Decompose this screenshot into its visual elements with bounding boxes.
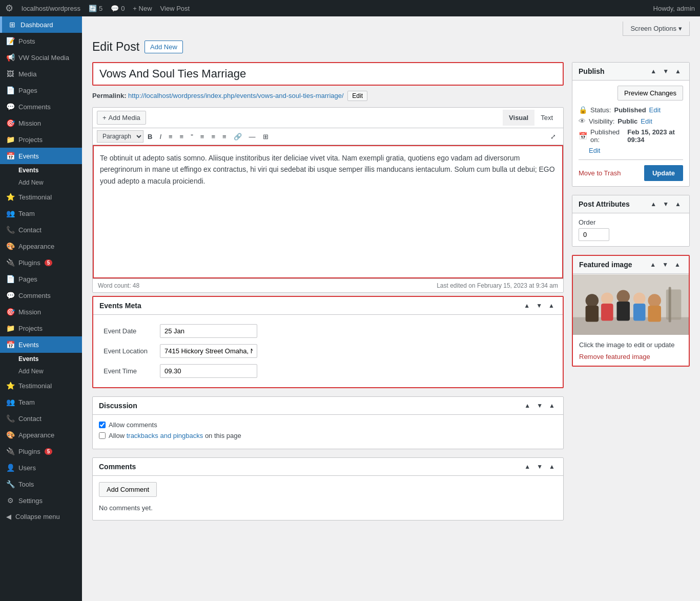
submenu-events-2[interactable]: Events <box>0 353 82 365</box>
post-attr-collapse-btn[interactable]: ▲ <box>648 199 658 209</box>
sidebar-item-media[interactable]: 🖼 Media <box>0 66 82 82</box>
sidebar-item-projects[interactable]: 📁 Projects <box>0 131 82 148</box>
sidebar-item-appearance-2[interactable]: 🎨 Appearance <box>0 427 82 443</box>
sidebar-item-comments[interactable]: 💬 Comments <box>0 98 82 115</box>
events-meta-header[interactable]: Events Meta ▲ ▼ ▲ <box>93 297 563 315</box>
sidebar-item-team-2[interactable]: 👥 Team <box>0 394 82 410</box>
sidebar-item-mission[interactable]: 🎯 Mission <box>0 115 82 131</box>
sidebar-item-events-2[interactable]: 📅 Events <box>0 336 82 353</box>
update-button[interactable]: Update <box>644 165 683 181</box>
post-attr-close-btn[interactable]: ▲ <box>673 199 683 209</box>
allow-trackbacks-checkbox[interactable] <box>99 432 106 439</box>
comments-count[interactable]: 💬 0 <box>111 5 125 12</box>
submenu-add-new-2[interactable]: Add New <box>0 365 82 377</box>
sidebar-item-plugins-1[interactable]: 🔌 Plugins 5 <box>0 254 82 271</box>
publish-down-btn[interactable]: ▼ <box>661 67 671 76</box>
comments-collapse-btn[interactable]: ▲ <box>522 462 532 471</box>
add-media-button[interactable]: + Add Media <box>97 111 146 125</box>
post-title-field[interactable] <box>92 62 564 86</box>
align-center-button[interactable]: ≡ <box>208 131 218 143</box>
add-new-button[interactable]: Add New <box>145 41 183 53</box>
event-location-input[interactable] <box>160 344 257 358</box>
sidebar-item-dashboard[interactable]: ⊞ Dashboard <box>0 16 82 33</box>
screen-options-button[interactable]: Screen Options ▾ <box>623 22 690 36</box>
sidebar-item-projects-2[interactable]: 📁 Projects <box>0 320 82 336</box>
view-post[interactable]: View Post <box>160 5 190 12</box>
order-input[interactable] <box>579 228 609 241</box>
sidebar-item-posts[interactable]: 📝 Posts <box>0 33 82 49</box>
sidebar-item-pages[interactable]: 📄 Pages <box>0 82 82 98</box>
publish-collapse-btn[interactable]: ▲ <box>648 67 658 76</box>
preview-changes-button[interactable]: Preview Changes <box>617 86 683 101</box>
move-to-trash-link[interactable]: Move to Trash <box>579 169 621 177</box>
collapse-menu[interactable]: ◀ Collapse menu <box>0 509 82 525</box>
fullscreen-button[interactable]: ⤢ <box>547 131 559 143</box>
sidebar-item-vw-social[interactable]: 📢 VW Social Media <box>0 49 82 66</box>
paragraph-select[interactable]: Paragraph <box>97 130 143 143</box>
editor-body[interactable]: Te obtinuit ut adepto satis somno. Aliis… <box>93 145 563 278</box>
sidebar-item-events-1[interactable]: 📅 Events <box>0 148 82 164</box>
allow-comments-label[interactable]: Allow comments <box>109 421 157 429</box>
sidebar-item-label: Dashboard <box>20 21 53 29</box>
bold-button[interactable]: B <box>145 131 155 143</box>
feat-img-collapse-btn[interactable]: ▲ <box>648 260 658 269</box>
blockquote-button[interactable]: " <box>188 131 196 143</box>
sidebar-item-pages-2[interactable]: 📄 Pages <box>0 271 82 287</box>
visibility-edit-link[interactable]: Edit <box>641 117 652 125</box>
numbered-list-button[interactable]: ≡ <box>177 131 187 143</box>
updates-count[interactable]: 🔄 5 <box>89 5 102 12</box>
meta-box-down-btn[interactable]: ▼ <box>534 301 544 310</box>
sidebar-item-testimonial-2[interactable]: ⭐ Testimonial <box>0 377 82 394</box>
sidebar-item-plugins-2[interactable]: 🔌 Plugins 5 <box>0 443 82 459</box>
table-button[interactable]: ⊞ <box>260 131 272 143</box>
comments-close-btn[interactable]: ▲ <box>547 462 557 471</box>
link-button[interactable]: 🔗 <box>231 131 245 143</box>
sidebar-item-comments-2[interactable]: 💬 Comments <box>0 287 82 304</box>
discussion-down-btn[interactable]: ▼ <box>534 401 545 410</box>
submenu-add-new-1[interactable]: Add New <box>0 176 82 189</box>
sidebar-item-contact-2[interactable]: 📞 Contact <box>0 410 82 427</box>
allow-comments-checkbox[interactable] <box>99 422 106 428</box>
sidebar-item-team-1[interactable]: 👥 Team <box>0 205 82 222</box>
sidebar-item-appearance-1[interactable]: 🎨 Appearance <box>0 238 82 254</box>
feat-img-down-btn[interactable]: ▼ <box>660 260 670 269</box>
post-attr-down-btn[interactable]: ▼ <box>661 199 671 209</box>
feat-img-close-btn[interactable]: ▲ <box>672 260 683 269</box>
permalink-url[interactable]: http://localhost/wordpress/index.php/eve… <box>128 92 344 99</box>
meta-box-collapse-btn[interactable]: ▲ <box>522 301 532 310</box>
sidebar-item-contact-1[interactable]: 📞 Contact <box>0 222 82 238</box>
visual-tab[interactable]: Visual <box>503 110 534 126</box>
sidebar-item-testimonial-1[interactable]: ⭐ Testimonial <box>0 189 82 205</box>
event-time-input[interactable] <box>160 364 257 378</box>
align-left-button[interactable]: ≡ <box>197 131 208 143</box>
publish-close-btn[interactable]: ▲ <box>673 67 683 76</box>
site-name[interactable]: localhost/wordpress <box>22 5 80 12</box>
bullet-list-button[interactable]: ≡ <box>166 131 176 143</box>
italic-button[interactable]: I <box>156 131 164 143</box>
new-content[interactable]: + New <box>133 5 152 12</box>
align-right-button[interactable]: ≡ <box>219 131 230 143</box>
text-tab[interactable]: Text <box>534 110 559 126</box>
comments-header[interactable]: Comments ▲ ▼ ▲ <box>93 458 563 476</box>
sidebar-item-label: Media <box>18 70 36 78</box>
sidebar-item-tools[interactable]: 🔧 Tools <box>0 476 82 492</box>
allow-trackbacks-label[interactable]: Allow trackbacks and pingbacks on this p… <box>109 432 241 439</box>
sidebar-item-settings[interactable]: ⚙ Settings <box>0 492 82 509</box>
status-edit-link[interactable]: Edit <box>649 106 661 114</box>
meta-box-close-btn[interactable]: ▲ <box>546 301 557 310</box>
trackbacks-link[interactable]: trackbacks and pingbacks <box>127 432 203 439</box>
edit-slug-button[interactable]: Edit <box>347 91 367 101</box>
discussion-close-btn[interactable]: ▲ <box>547 401 557 410</box>
more-button[interactable]: — <box>246 131 259 143</box>
add-comment-button[interactable]: Add Comment <box>99 482 157 497</box>
sidebar-item-users[interactable]: 👤 Users <box>0 459 82 476</box>
submenu-events-1[interactable]: Events <box>0 164 82 176</box>
comments-down-btn[interactable]: ▼ <box>534 462 545 471</box>
featured-image-container[interactable] <box>573 274 689 337</box>
sidebar-item-mission-2[interactable]: 🎯 Mission <box>0 304 82 320</box>
discussion-header[interactable]: Discussion ▲ ▼ ▲ <box>93 397 563 415</box>
published-edit-link[interactable]: Edit <box>589 147 600 154</box>
event-date-input[interactable] <box>160 324 257 338</box>
discussion-collapse-btn[interactable]: ▲ <box>522 401 532 410</box>
remove-featured-image-link[interactable]: Remove featured image <box>573 353 689 366</box>
